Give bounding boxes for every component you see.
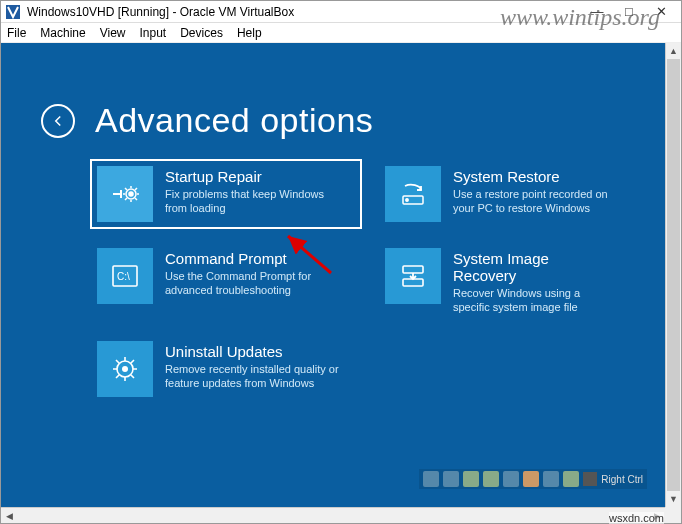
scroll-left-icon[interactable]: ◀ <box>1 508 17 523</box>
menu-input[interactable]: Input <box>140 26 167 40</box>
tile-uninstall-updates[interactable]: Uninstall Updates Remove recently instal… <box>91 335 361 403</box>
shared-folder-icon[interactable] <box>523 471 539 487</box>
tile-body: System Image Recovery Recover Windows us… <box>453 248 613 315</box>
tile-body: Command Prompt Use the Command Prompt fo… <box>165 248 345 298</box>
close-button[interactable]: ✕ <box>645 4 677 19</box>
back-button[interactable] <box>41 104 75 138</box>
scroll-down-icon[interactable]: ▼ <box>666 491 681 507</box>
scroll-up-icon[interactable]: ▲ <box>666 43 681 59</box>
usb-icon[interactable] <box>503 471 519 487</box>
svg-rect-7 <box>403 266 423 273</box>
tile-command-prompt[interactable]: C:\ Command Prompt Use the Command Promp… <box>91 242 361 321</box>
tile-body: Startup Repair Fix problems that keep Wi… <box>165 166 345 216</box>
tile-title: Uninstall Updates <box>165 343 345 360</box>
scroll-corner <box>665 507 681 523</box>
menu-devices[interactable]: Devices <box>180 26 223 40</box>
winre-screen: Advanced options Startup Repair <box>1 43 665 507</box>
svg-text:C:\: C:\ <box>117 271 130 282</box>
menu-view[interactable]: View <box>100 26 126 40</box>
drive-arrow-icon <box>385 248 441 304</box>
drive-restore-icon <box>385 166 441 222</box>
tile-desc: Remove recently installed quality or fea… <box>165 362 345 391</box>
tile-title: System Image Recovery <box>453 250 613 284</box>
titlebar: Windows10VHD [Running] - Oracle VM Virtu… <box>1 1 681 23</box>
tile-desc: Recover Windows using a specific system … <box>453 286 613 315</box>
tile-desc: Fix problems that keep Windows from load… <box>165 187 345 216</box>
tile-desc: Use the Command Prompt for advanced trou… <box>165 269 345 298</box>
menu-help[interactable]: Help <box>237 26 262 40</box>
display-icon[interactable] <box>543 471 559 487</box>
host-key-indicator-icon <box>583 472 597 486</box>
optical-icon[interactable] <box>443 471 459 487</box>
page-title: Advanced options <box>95 101 373 140</box>
audio-icon[interactable] <box>463 471 479 487</box>
cmd-icon: C:\ <box>97 248 153 304</box>
page-header: Advanced options <box>41 101 635 140</box>
vm-window: Windows10VHD [Running] - Oracle VM Virtu… <box>0 0 682 524</box>
tile-title: Startup Repair <box>165 168 345 185</box>
vertical-scrollbar[interactable]: ▲ ▼ <box>665 43 681 507</box>
disk-icon[interactable] <box>423 471 439 487</box>
vm-status-bar: Right Ctrl <box>419 469 647 489</box>
virtualbox-icon <box>5 4 21 20</box>
tile-desc: Use a restore point recorded on your PC … <box>453 187 613 216</box>
svg-point-10 <box>122 366 128 372</box>
tile-title: System Restore <box>453 168 613 185</box>
svg-point-4 <box>406 199 408 201</box>
window-title: Windows10VHD [Running] - Oracle VM Virtu… <box>27 5 581 19</box>
menubar: File Machine View Input Devices Help <box>1 23 681 43</box>
tile-system-restore[interactable]: System Restore Use a restore point recor… <box>379 160 619 228</box>
tile-system-image-recovery[interactable]: System Image Recovery Recover Windows us… <box>379 242 619 321</box>
tile-title: Command Prompt <box>165 250 345 267</box>
back-arrow-icon <box>49 112 67 130</box>
network-icon[interactable] <box>483 471 499 487</box>
tile-body: Uninstall Updates Remove recently instal… <box>165 341 345 391</box>
horizontal-scrollbar[interactable]: ◀ ▶ <box>1 507 665 523</box>
tile-startup-repair[interactable]: Startup Repair Fix problems that keep Wi… <box>91 160 361 228</box>
wrench-gear-icon <box>97 166 153 222</box>
menu-file[interactable]: File <box>7 26 26 40</box>
minimize-button[interactable]: — <box>581 4 613 19</box>
svg-point-2 <box>129 192 133 196</box>
recording-icon[interactable] <box>563 471 579 487</box>
tiles-grid: Startup Repair Fix problems that keep Wi… <box>91 160 635 403</box>
maximize-button[interactable]: □ <box>613 4 645 19</box>
content-area: Advanced options Startup Repair <box>1 43 681 523</box>
host-key-label: Right Ctrl <box>601 474 643 485</box>
tile-body: System Restore Use a restore point recor… <box>453 166 613 216</box>
scroll-thumb[interactable] <box>667 59 680 491</box>
menu-machine[interactable]: Machine <box>40 26 85 40</box>
scroll-right-icon[interactable]: ▶ <box>649 508 665 523</box>
gear-icon <box>97 341 153 397</box>
